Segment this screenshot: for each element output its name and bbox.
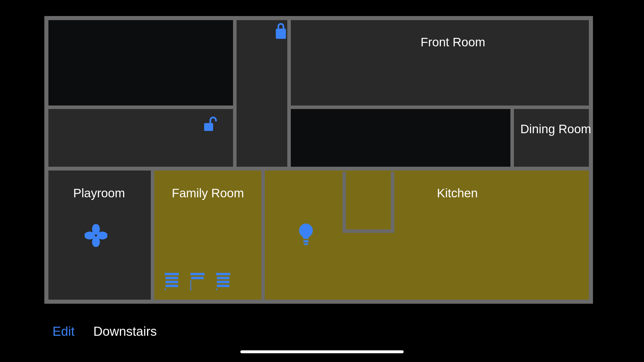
svg-rect-9: [165, 273, 179, 275]
room-front-label: Front Room: [421, 35, 485, 49]
svg-rect-18: [216, 273, 230, 275]
room-dining-label: Dining Room: [520, 122, 591, 136]
blind-1-icon[interactable]: [164, 273, 180, 290]
svg-point-4: [85, 232, 95, 240]
edit-button[interactable]: Edit: [52, 324, 75, 339]
footer: Edit Downstairs: [0, 304, 644, 362]
floor-title: Downstairs: [93, 324, 157, 339]
svg-rect-16: [190, 280, 191, 289]
lock-unlocked-icon[interactable]: [202, 116, 219, 133]
svg-rect-22: [216, 289, 217, 290]
floorplan-canvas: Front Room Dining Room Playroom Family R…: [0, 0, 644, 362]
svg-rect-17: [190, 289, 191, 290]
home-indicator[interactable]: [240, 350, 404, 353]
svg-rect-15: [191, 277, 204, 279]
lightbulb-icon[interactable]: [297, 224, 315, 246]
room-dining[interactable]: Dining Room: [514, 109, 589, 167]
svg-rect-10: [165, 277, 178, 279]
svg-rect-8: [304, 243, 308, 245]
svg-point-6: [95, 234, 97, 236]
room-entry[interactable]: [237, 20, 287, 167]
fan-icon[interactable]: [85, 224, 107, 247]
floorplan-frame: Front Room Dining Room Playroom Family R…: [44, 16, 593, 304]
svg-rect-13: [165, 289, 166, 290]
svg-rect-20: [217, 281, 229, 283]
blind-3-icon[interactable]: [215, 273, 231, 290]
svg-rect-19: [217, 277, 229, 279]
room-family-label: Family Room: [172, 186, 244, 200]
kitchen-island: [342, 172, 394, 233]
blind-2-icon[interactable]: [190, 273, 205, 290]
room-unnamed-top-left[interactable]: [48, 20, 233, 106]
room-kitchen-label: Kitchen: [437, 186, 478, 200]
room-playroom-label: Playroom: [73, 186, 125, 200]
svg-rect-0: [204, 123, 213, 131]
lock-locked-icon[interactable]: [274, 23, 288, 40]
svg-rect-21: [217, 285, 229, 287]
svg-rect-11: [165, 281, 178, 283]
svg-rect-7: [303, 240, 309, 242]
svg-rect-12: [165, 285, 178, 287]
svg-rect-14: [190, 273, 205, 275]
room-unnamed-mid-right[interactable]: [291, 109, 510, 167]
svg-point-5: [97, 232, 107, 240]
room-front[interactable]: Front Room: [291, 20, 589, 106]
